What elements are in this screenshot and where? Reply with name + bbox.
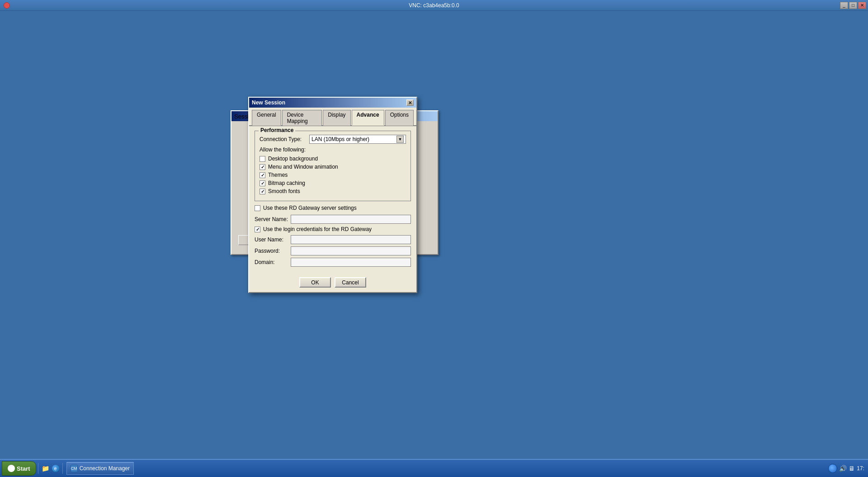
quick-launch-folder[interactable]: 📁 — [40, 462, 51, 475]
tab-general[interactable]: General — [252, 110, 281, 126]
use-login-row: Use the login credentials for the RD Gat… — [255, 226, 411, 232]
tab-advance[interactable]: Advance — [352, 110, 384, 126]
taskbar: Start 📁 e CM Connection Manager 🔊 🖥 17: — [0, 459, 868, 477]
use-rd-gateway-checkbox[interactable] — [255, 205, 260, 211]
window-title: VNC: c3ab4ea5b:0.0 — [409, 2, 459, 9]
use-rd-gateway-row: Use these RD Gateway server settings — [255, 205, 411, 211]
checkbox-bitmap-caching-input[interactable] — [259, 180, 265, 186]
close-button[interactable]: ✕ — [858, 2, 866, 9]
domain-label: Domain: — [255, 259, 291, 265]
domain-input[interactable] — [291, 258, 411, 267]
checkbox-desktop-bg-input[interactable] — [259, 156, 265, 162]
quick-launch-divider — [38, 463, 38, 474]
new-session-dialog: New Session ✕ General Device Mapping Dis… — [248, 97, 417, 293]
checkbox-bitmap-caching-label: Bitmap caching — [268, 180, 305, 186]
desktop: Session Se C New Session ✕ General Devic… — [0, 11, 868, 459]
quick-launch-ie[interactable]: e — [51, 462, 61, 475]
tab-device-mapping[interactable]: Device Mapping — [282, 110, 322, 126]
checkbox-menu-animation-input[interactable] — [259, 164, 265, 170]
maximize-button[interactable]: □ — [849, 2, 857, 9]
password-row: Password: — [255, 246, 411, 255]
dialog-buttons: OK Cancel — [249, 274, 416, 292]
user-name-input[interactable] — [291, 235, 411, 244]
dialog-title-bar: New Session ✕ — [249, 98, 416, 108]
domain-row: Domain: — [255, 258, 411, 267]
tab-options[interactable]: Options — [385, 110, 414, 126]
start-button[interactable]: Start — [2, 461, 36, 476]
quick-launch-divider-2 — [62, 463, 63, 474]
checkbox-menu-animation: Menu and Window animation — [259, 164, 406, 170]
user-name-label: User Name: — [255, 236, 291, 243]
rd-gateway-section: Use these RD Gateway server settings Ser… — [255, 205, 411, 267]
dialog-title: New Session — [252, 99, 285, 106]
start-icon — [8, 465, 15, 472]
password-input[interactable] — [291, 246, 411, 255]
folder-icon: 📁 — [42, 465, 49, 472]
performance-group-label: Performance — [259, 127, 295, 133]
user-name-row: User Name: — [255, 235, 411, 244]
title-bar: VNC: c3ab4ea5b:0.0 _ □ ✕ — [0, 0, 868, 11]
password-label: Password: — [255, 248, 291, 254]
checkbox-themes-label: Themes — [268, 172, 288, 178]
checkbox-smooth-fonts-label: Smooth fonts — [268, 188, 300, 194]
use-login-label: Use the login credentials for the RD Gat… — [263, 226, 372, 232]
ie-icon: e — [52, 465, 59, 472]
checkbox-bitmap-caching: Bitmap caching — [259, 180, 406, 186]
checkbox-themes: Themes — [259, 172, 406, 178]
server-name-label: Server Name: — [255, 216, 291, 222]
checkbox-smooth-fonts-input[interactable] — [259, 189, 265, 194]
tray-network-icon[interactable] — [828, 464, 837, 473]
cancel-button[interactable]: Cancel — [335, 277, 366, 288]
connection-manager-icon: CM — [71, 465, 78, 472]
allow-label: Allow the following: — [259, 146, 406, 153]
ok-button[interactable]: OK — [299, 277, 331, 288]
tray-speaker-icon[interactable]: 🔊 — [839, 465, 847, 472]
connection-type-label: Connection Type: — [259, 136, 309, 142]
use-rd-gateway-label: Use these RD Gateway server settings — [263, 205, 357, 211]
server-name-row: Server Name: — [255, 215, 411, 224]
use-login-checkbox[interactable] — [255, 227, 260, 232]
performance-group: Performance Connection Type: LAN (10Mbps… — [255, 131, 411, 201]
dialog-content: Performance Connection Type: LAN (10Mbps… — [249, 126, 416, 274]
taskbar-item-connection-manager[interactable]: CM Connection Manager — [66, 462, 134, 475]
connection-type-row: Connection Type: LAN (10Mbps or higher) … — [259, 135, 406, 144]
checkbox-desktop-bg: Desktop background — [259, 156, 406, 162]
dialog-close-button[interactable]: ✕ — [406, 99, 414, 106]
connection-type-select[interactable]: LAN (10Mbps or higher) ▼ — [309, 135, 406, 144]
tab-bar: General Device Mapping Display Advance O… — [249, 108, 416, 126]
checkbox-themes-input[interactable] — [259, 172, 265, 178]
checkbox-smooth-fonts: Smooth fonts — [259, 188, 406, 194]
checkbox-menu-animation-label: Menu and Window animation — [268, 164, 338, 170]
system-tray: 🔊 🖥 17: — [828, 464, 868, 473]
taskbar-items: CM Connection Manager — [65, 462, 829, 475]
tab-display[interactable]: Display — [323, 110, 350, 126]
tray-monitor-icon[interactable]: 🖥 — [849, 465, 855, 472]
checkbox-desktop-bg-label: Desktop background — [268, 156, 318, 162]
traffic-light-close[interactable] — [4, 2, 10, 9]
select-dropdown-arrow[interactable]: ▼ — [396, 136, 404, 143]
server-name-input[interactable] — [291, 215, 411, 224]
minimize-button[interactable]: _ — [840, 2, 848, 9]
clock-display: 17: — [857, 465, 864, 472]
title-controls: _ □ ✕ — [840, 2, 866, 9]
